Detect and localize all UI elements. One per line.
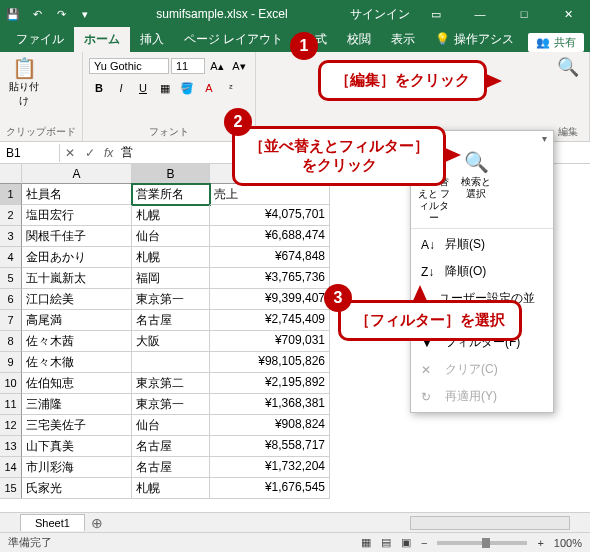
row-header-1[interactable]: 1 (0, 184, 22, 205)
row-header-12[interactable]: 12 (0, 415, 22, 436)
decrease-font-icon[interactable]: A▾ (229, 56, 249, 76)
select-all-button[interactable] (0, 164, 22, 184)
cancel-formula-icon[interactable]: ✕ (60, 146, 80, 160)
row-header-5[interactable]: 5 (0, 268, 22, 289)
cell[interactable]: 札幌 (132, 247, 210, 268)
ribbon-group-edit[interactable]: 🔍 編集 (546, 52, 590, 141)
maximize-button[interactable]: □ (506, 2, 542, 26)
row-header-2[interactable]: 2 (0, 205, 22, 226)
font-color-button[interactable]: A (199, 78, 219, 98)
row-header-11[interactable]: 11 (0, 394, 22, 415)
cell[interactable]: 三宅美佐子 (22, 415, 132, 436)
fill-color-button[interactable]: 🪣 (177, 78, 197, 98)
redo-icon[interactable]: ↷ (52, 5, 70, 23)
cell[interactable]: 佐々木茜 (22, 331, 132, 352)
paste-button[interactable]: 📋 貼り付け (6, 56, 42, 108)
row-header-15[interactable]: 15 (0, 478, 22, 499)
cell[interactable]: 塩田宏行 (22, 205, 132, 226)
find-select-button[interactable]: 🔍 検索と 選択 (457, 150, 495, 224)
view-pagebreak-icon[interactable]: ▣ (401, 536, 411, 549)
sort-asc-item[interactable]: A↓昇順(S) (411, 231, 553, 258)
sheet-tab-1[interactable]: Sheet1 (20, 514, 85, 531)
cell[interactable]: 札幌 (132, 205, 210, 226)
cell[interactable]: 仙台 (132, 226, 210, 247)
save-icon[interactable]: 💾 (4, 5, 22, 23)
cell[interactable]: 名古屋 (132, 457, 210, 478)
col-header-a[interactable]: A (22, 164, 132, 184)
row-header-3[interactable]: 3 (0, 226, 22, 247)
cell[interactable]: 名古屋 (132, 310, 210, 331)
cell[interactable]: ¥4,075,701 (210, 205, 330, 226)
cell[interactable]: 東京第一 (132, 289, 210, 310)
cell[interactable]: ¥9,399,407 (210, 289, 330, 310)
cell[interactable]: 五十嵐新太 (22, 268, 132, 289)
tab-file[interactable]: ファイル (6, 27, 74, 52)
cell[interactable]: 大阪 (132, 331, 210, 352)
undo-icon[interactable]: ↶ (28, 5, 46, 23)
tab-home[interactable]: ホーム (74, 27, 130, 52)
cell[interactable]: 東京第一 (132, 394, 210, 415)
tab-pagelayout[interactable]: ページ レイアウト (174, 27, 293, 52)
cell[interactable]: 三浦隆 (22, 394, 132, 415)
cell[interactable]: 佐伯知恵 (22, 373, 132, 394)
cell[interactable]: 市川彩海 (22, 457, 132, 478)
horizontal-scrollbar[interactable] (410, 516, 570, 530)
share-button[interactable]: 👥 共有 (528, 33, 584, 52)
row-header-7[interactable]: 7 (0, 310, 22, 331)
tab-review[interactable]: 校閲 (337, 27, 381, 52)
cell-B1[interactable]: 営業所名 (132, 184, 210, 205)
signin-link[interactable]: サインイン (350, 6, 410, 23)
close-button[interactable]: ✕ (550, 2, 586, 26)
col-header-b[interactable]: B (132, 164, 210, 184)
italic-button[interactable]: I (111, 78, 131, 98)
cell[interactable]: ¥6,688,474 (210, 226, 330, 247)
cell[interactable]: ¥709,031 (210, 331, 330, 352)
tab-tell[interactable]: 💡 操作アシス (425, 27, 523, 52)
qat-customize-icon[interactable]: ▾ (76, 5, 94, 23)
cell[interactable]: 福岡 (132, 268, 210, 289)
cell[interactable]: 江口絵美 (22, 289, 132, 310)
underline-button[interactable]: U (133, 78, 153, 98)
zoom-slider[interactable] (437, 541, 527, 545)
cell[interactable]: 関根千佳子 (22, 226, 132, 247)
row-header-8[interactable]: 8 (0, 331, 22, 352)
cell[interactable]: 札幌 (132, 478, 210, 499)
view-pagelayout-icon[interactable]: ▤ (381, 536, 391, 549)
font-size-select[interactable]: 11 (171, 58, 205, 74)
cell[interactable]: 高尾満 (22, 310, 132, 331)
cell[interactable]: 名古屋 (132, 436, 210, 457)
cell[interactable]: 氏家光 (22, 478, 132, 499)
row-header-4[interactable]: 4 (0, 247, 22, 268)
tab-view[interactable]: 表示 (381, 27, 425, 52)
cell[interactable]: ¥908,824 (210, 415, 330, 436)
cell[interactable]: ¥1,676,545 (210, 478, 330, 499)
font-name-select[interactable]: Yu Gothic (89, 58, 169, 74)
cell[interactable]: ¥1,732,204 (210, 457, 330, 478)
add-sheet-button[interactable]: ⊕ (91, 515, 103, 531)
cell[interactable]: ¥1,368,381 (210, 394, 330, 415)
row-header-14[interactable]: 14 (0, 457, 22, 478)
ribbon-options-icon[interactable]: ▭ (418, 2, 454, 26)
cell[interactable]: 東京第二 (132, 373, 210, 394)
cell-A1[interactable]: 社員名 (22, 184, 132, 205)
phonetic-button[interactable]: ᶻ (221, 78, 241, 98)
fx-icon[interactable]: fx (100, 146, 117, 160)
name-box[interactable]: B1 (0, 144, 60, 162)
sort-desc-item[interactable]: Z↓降順(O) (411, 258, 553, 285)
row-header-10[interactable]: 10 (0, 373, 22, 394)
bold-button[interactable]: B (89, 78, 109, 98)
enter-formula-icon[interactable]: ✓ (80, 146, 100, 160)
view-normal-icon[interactable]: ▦ (361, 536, 371, 549)
cell[interactable]: 山下真美 (22, 436, 132, 457)
cell[interactable]: ¥2,745,409 (210, 310, 330, 331)
cell[interactable]: ¥674,848 (210, 247, 330, 268)
border-button[interactable]: ▦ (155, 78, 175, 98)
zoom-in-button[interactable]: + (537, 537, 543, 549)
zoom-out-button[interactable]: − (421, 537, 427, 549)
row-header-13[interactable]: 13 (0, 436, 22, 457)
tab-insert[interactable]: 挿入 (130, 27, 174, 52)
cell[interactable]: 仙台 (132, 415, 210, 436)
minimize-button[interactable]: — (462, 2, 498, 26)
cell[interactable]: 佐々木徹 (22, 352, 132, 373)
cell[interactable]: ¥2,195,892 (210, 373, 330, 394)
